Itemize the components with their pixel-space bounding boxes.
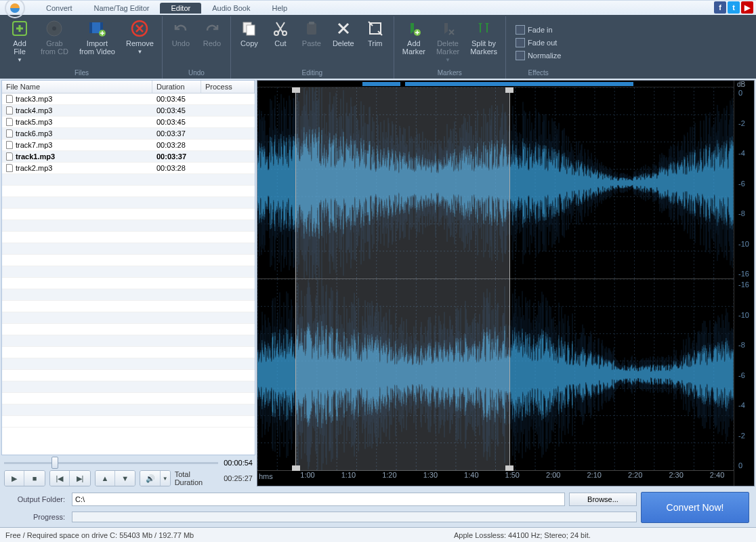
selection-handle[interactable] bbox=[505, 87, 513, 93]
file-row[interactable]: track4.mp300:03:45 bbox=[2, 105, 255, 117]
file-name: track3.mp3 bbox=[16, 95, 52, 103]
ribbon-toolbar: Add File ▼ Grab from CD Import from Vide… bbox=[0, 15, 756, 79]
add-marker-label: Add Marker bbox=[402, 39, 425, 56]
group-effects-label: Effects bbox=[528, 69, 548, 79]
trim-button[interactable]: Trim bbox=[360, 16, 391, 69]
file-name: track2.mp3 bbox=[16, 164, 52, 172]
twitter-icon[interactable]: t bbox=[728, 1, 740, 14]
file-name: track6.mp3 bbox=[16, 129, 52, 138]
file-row-empty bbox=[2, 301, 255, 312]
svg-rect-13 bbox=[307, 23, 316, 35]
timeline-ruler[interactable]: hms 1:001:101:201:301:401:502:002:102:20… bbox=[257, 471, 734, 486]
timeline-tick: 1:40 bbox=[464, 471, 478, 479]
file-duration: 00:03:28 bbox=[152, 163, 201, 173]
move-up-button[interactable]: ▲ bbox=[96, 471, 115, 486]
file-row[interactable]: track3.mp300:03:45 bbox=[2, 93, 255, 105]
progress-label: Progress: bbox=[7, 513, 68, 521]
play-button[interactable]: ▶ bbox=[5, 471, 24, 486]
db-value: -10 bbox=[738, 311, 754, 319]
file-list-rows[interactable]: track3.mp300:03:45track4.mp300:03:45trac… bbox=[2, 93, 255, 455]
file-row-empty bbox=[2, 209, 255, 220]
col-duration[interactable]: Duration bbox=[152, 81, 201, 93]
timeline-tick: 2:30 bbox=[669, 471, 683, 479]
youtube-icon[interactable]: ▶ bbox=[741, 1, 753, 14]
fade-in-icon bbox=[516, 25, 525, 35]
add-file-button[interactable]: Add File ▼ bbox=[4, 16, 35, 69]
db-value: -8 bbox=[738, 341, 754, 349]
menu-tab-audio-book[interactable]: Audio Book bbox=[201, 3, 261, 14]
file-row-empty bbox=[2, 266, 255, 278]
selection-handle[interactable] bbox=[505, 465, 513, 471]
remove-icon bbox=[130, 19, 149, 38]
redo-button[interactable]: Redo bbox=[196, 16, 228, 69]
selection-region[interactable] bbox=[295, 87, 509, 471]
file-row[interactable]: track5.mp300:03:45 bbox=[2, 117, 255, 128]
menu-tab-editor[interactable]: Editor bbox=[160, 3, 201, 14]
remove-button[interactable]: Remove ▼ bbox=[121, 16, 159, 69]
selection-handle[interactable] bbox=[292, 465, 300, 471]
marker-strip[interactable] bbox=[257, 81, 734, 87]
file-row[interactable]: track6.mp300:03:37 bbox=[2, 128, 255, 140]
output-folder-input[interactable] bbox=[72, 493, 565, 506]
import-video-icon bbox=[87, 19, 106, 38]
delete-marker-button[interactable]: Delete Marker ▼ bbox=[431, 16, 465, 69]
timeline-unit: hms bbox=[259, 472, 273, 480]
volume-button[interactable]: 🔊 bbox=[140, 471, 160, 486]
file-row-empty bbox=[2, 197, 255, 209]
seek-time: 00:00:54 bbox=[224, 459, 253, 467]
file-row-empty bbox=[2, 416, 255, 428]
normalize-button[interactable]: Normalize bbox=[513, 50, 564, 61]
stop-button[interactable]: ■ bbox=[24, 471, 44, 486]
facebook-icon[interactable]: f bbox=[714, 1, 726, 14]
copy-button[interactable]: Copy bbox=[234, 16, 265, 69]
waveform-area[interactable]: hms 1:001:101:201:301:401:502:002:102:20… bbox=[257, 81, 734, 486]
paste-button[interactable]: Paste bbox=[296, 16, 327, 69]
db-value: 0 bbox=[738, 461, 754, 470]
menu-tab-name-tag-editor[interactable]: Name/Tag Editor bbox=[83, 3, 161, 14]
move-down-button[interactable]: ▼ bbox=[115, 471, 135, 486]
db-value: -16 bbox=[738, 270, 754, 278]
add-marker-icon bbox=[404, 19, 423, 38]
fade-in-label: Fade in bbox=[528, 26, 553, 34]
add-marker-button[interactable]: Add Marker bbox=[397, 16, 431, 69]
browse-button[interactable]: Browse... bbox=[569, 493, 637, 506]
seek-thumb[interactable] bbox=[51, 457, 58, 469]
fade-in-button[interactable]: Fade in bbox=[513, 24, 564, 35]
selection-handle[interactable] bbox=[292, 87, 300, 93]
undo-button[interactable]: Undo bbox=[165, 16, 196, 69]
delete-button[interactable]: Delete bbox=[327, 16, 360, 69]
chevron-down-icon: ▼ bbox=[137, 49, 142, 55]
fade-out-button[interactable]: Fade out bbox=[513, 37, 564, 48]
file-row-empty bbox=[2, 232, 255, 243]
next-button[interactable]: ▶| bbox=[70, 471, 89, 486]
file-list: File Name Duration Process track3.mp300:… bbox=[1, 80, 255, 455]
fade-out-label: Fade out bbox=[528, 39, 557, 47]
delete-icon bbox=[334, 19, 353, 38]
db-value: -8 bbox=[738, 209, 754, 217]
import-video-button[interactable]: Import from Video bbox=[74, 16, 121, 69]
col-process[interactable]: Process bbox=[201, 81, 255, 93]
left-panel: File Name Duration Process track3.mp300:… bbox=[1, 80, 255, 486]
cut-button[interactable]: Cut bbox=[265, 16, 296, 69]
file-row-empty bbox=[2, 324, 255, 335]
file-row[interactable]: track7.mp300:03:28 bbox=[2, 140, 255, 151]
col-name[interactable]: File Name bbox=[2, 81, 152, 93]
file-row[interactable]: track1.mp300:03:37 bbox=[2, 151, 255, 163]
split-markers-button[interactable]: Split by Markers bbox=[465, 16, 503, 69]
normalize-icon bbox=[516, 51, 525, 60]
file-row[interactable]: track2.mp300:03:28 bbox=[2, 163, 255, 174]
convert-button[interactable]: Convert Now! bbox=[641, 492, 749, 523]
menu-tab-convert[interactable]: Convert bbox=[35, 3, 83, 14]
grab-cd-button[interactable]: Grab from CD bbox=[35, 16, 74, 69]
paste-label: Paste bbox=[302, 39, 321, 47]
seek-slider[interactable] bbox=[4, 457, 218, 469]
prev-button[interactable]: |◀ bbox=[50, 471, 70, 486]
undo-label: Undo bbox=[172, 39, 190, 47]
volume-menu-button[interactable]: ▼ bbox=[161, 471, 170, 486]
file-icon bbox=[6, 95, 13, 103]
file-icon bbox=[6, 152, 13, 161]
menu-bar: ConvertName/Tag EditorEditorAudio BookHe… bbox=[0, 0, 756, 15]
menu-tab-help[interactable]: Help bbox=[261, 3, 298, 14]
timeline-tick: 2:20 bbox=[628, 471, 642, 479]
file-list-header: File Name Duration Process bbox=[2, 81, 255, 93]
